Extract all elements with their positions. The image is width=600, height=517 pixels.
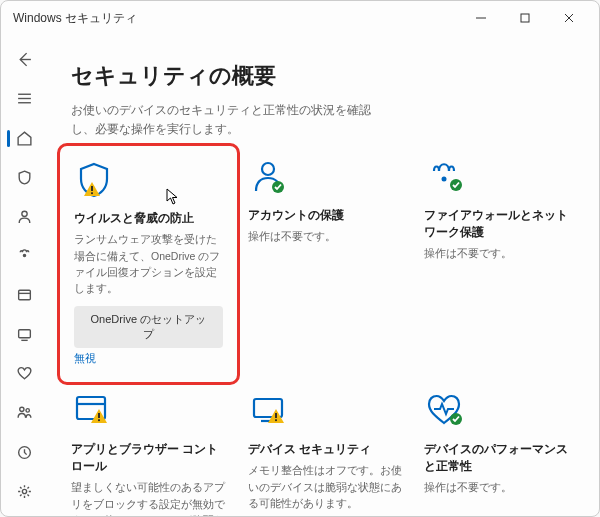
content: セキュリティの概要 お使いのデバイスのセキュリティと正常性の状況を確認し、必要な… bbox=[47, 35, 599, 516]
svg-rect-19 bbox=[91, 193, 93, 195]
card-title: デバイスのパフォーマンスと正常性 bbox=[424, 441, 579, 475]
svg-point-9 bbox=[23, 255, 25, 257]
card-title: アカウントの保護 bbox=[248, 207, 403, 224]
titlebar: Windows セキュリティ bbox=[1, 1, 599, 35]
maximize-button[interactable] bbox=[503, 4, 547, 32]
svg-rect-30 bbox=[275, 413, 277, 418]
sidebar bbox=[1, 35, 47, 516]
app-browser-icon bbox=[71, 391, 226, 431]
card-device-security[interactable]: デバイス セキュリティ メモリ整合性はオフです。お使いのデバイスは脆弱な状態にあ… bbox=[248, 391, 403, 516]
window: Windows セキュリティ bbox=[0, 0, 600, 517]
nav-protection-history[interactable] bbox=[6, 436, 42, 469]
nav-account[interactable] bbox=[6, 200, 42, 233]
firewall-icon bbox=[424, 157, 579, 197]
svg-point-14 bbox=[19, 408, 23, 412]
card-firewall-network[interactable]: ファイアウォールとネットワーク保護 操作は不要です。 bbox=[424, 157, 579, 369]
card-title: ファイアウォールとネットワーク保護 bbox=[424, 207, 579, 241]
svg-rect-31 bbox=[275, 420, 277, 422]
card-desc: 操作は不要です。 bbox=[248, 228, 403, 244]
device-security-icon bbox=[248, 391, 403, 431]
window-controls bbox=[459, 4, 591, 32]
cursor-icon bbox=[166, 188, 180, 210]
nav-app-browser[interactable] bbox=[6, 279, 42, 312]
card-virus-threat[interactable]: ウイルスと脅威の防止 ランサムウェア攻撃を受けた場合に備えて、OneDrive … bbox=[71, 157, 226, 369]
shield-icon bbox=[74, 160, 223, 200]
nav-device-health[interactable] bbox=[6, 357, 42, 390]
svg-point-17 bbox=[22, 489, 26, 493]
card-app-browser[interactable]: アプリとブラウザー コントロール 望ましくない可能性のあるアプリをブロックする設… bbox=[71, 391, 226, 516]
card-desc: 望ましくない可能性のあるアプリをブロックする設定が無効です。お使いのデバイスが脆… bbox=[71, 479, 226, 516]
page-title: セキュリティの概要 bbox=[71, 61, 579, 91]
card-desc: ランサムウェア攻撃を受けた場合に備えて、OneDrive のファイル回復オプショ… bbox=[74, 231, 223, 296]
card-grid: ウイルスと脅威の防止 ランサムウェア攻撃を受けた場合に備えて、OneDrive … bbox=[71, 157, 579, 516]
svg-rect-12 bbox=[18, 330, 30, 338]
body: セキュリティの概要 お使いのデバイスのセキュリティと正常性の状況を確認し、必要な… bbox=[1, 35, 599, 516]
close-button[interactable] bbox=[547, 4, 591, 32]
menu-button[interactable] bbox=[6, 82, 42, 115]
window-title: Windows セキュリティ bbox=[9, 10, 459, 27]
card-title: アプリとブラウザー コントロール bbox=[71, 441, 226, 475]
svg-point-20 bbox=[262, 163, 274, 175]
nav-home[interactable] bbox=[6, 122, 42, 155]
page-subtitle: お使いのデバイスのセキュリティと正常性の状況を確認し、必要な操作を実行します。 bbox=[71, 101, 391, 139]
card-device-health[interactable]: デバイスのパフォーマンスと正常性 操作は不要です。 bbox=[424, 391, 579, 516]
highlight-box: ウイルスと脅威の防止 ランサムウェア攻撃を受けた場合に備えて、OneDrive … bbox=[57, 143, 240, 385]
svg-rect-10 bbox=[18, 290, 30, 300]
svg-point-8 bbox=[21, 211, 26, 216]
svg-rect-18 bbox=[91, 186, 93, 191]
account-icon bbox=[248, 157, 403, 197]
svg-rect-27 bbox=[98, 420, 100, 422]
card-title: デバイス セキュリティ bbox=[248, 441, 403, 458]
card-title: ウイルスと脅威の防止 bbox=[74, 210, 223, 227]
nav-virus[interactable] bbox=[6, 161, 42, 194]
minimize-button[interactable] bbox=[459, 4, 503, 32]
svg-point-15 bbox=[25, 409, 28, 412]
heart-icon bbox=[424, 391, 579, 431]
card-account-protection[interactable]: アカウントの保護 操作は不要です。 bbox=[248, 157, 403, 369]
dismiss-link[interactable]: 無視 bbox=[74, 352, 96, 364]
svg-point-22 bbox=[442, 177, 447, 182]
back-button[interactable] bbox=[6, 43, 42, 76]
onedrive-setup-button[interactable]: OneDrive のセットアップ bbox=[74, 306, 223, 348]
nav-firewall[interactable] bbox=[6, 239, 42, 272]
nav-settings[interactable] bbox=[6, 475, 42, 508]
card-desc: 操作は不要です。 bbox=[424, 245, 579, 261]
svg-rect-26 bbox=[98, 413, 100, 418]
card-desc: メモリ整合性はオフです。お使いのデバイスは脆弱な状態にある可能性があります。 bbox=[248, 462, 403, 511]
nav-family[interactable] bbox=[6, 396, 42, 429]
svg-rect-1 bbox=[521, 14, 529, 22]
nav-device-security[interactable] bbox=[6, 318, 42, 351]
card-desc: 操作は不要です。 bbox=[424, 479, 579, 495]
